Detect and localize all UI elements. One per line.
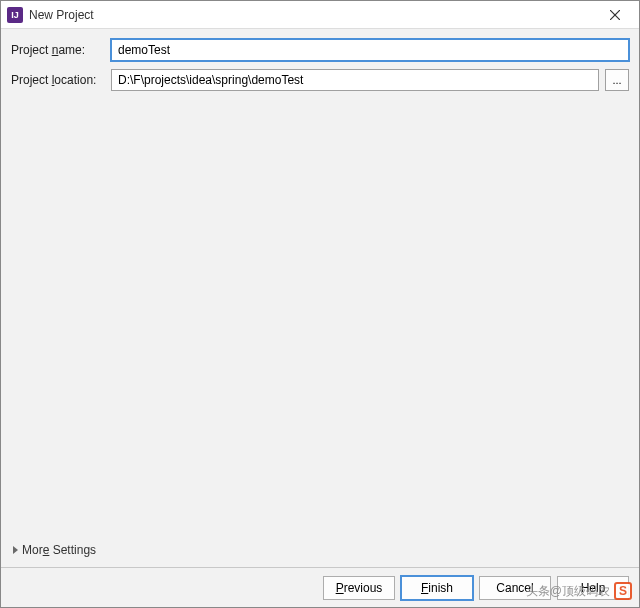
- app-icon: IJ: [7, 7, 23, 23]
- previous-button[interactable]: Previous: [323, 576, 395, 600]
- browse-location-button[interactable]: ...: [605, 69, 629, 91]
- project-location-row: Project location: ...: [11, 69, 629, 91]
- button-bar: Previous Finish Cancel Help: [1, 567, 639, 607]
- dialog-content: Project name: Project location: ... More…: [1, 29, 639, 567]
- close-icon[interactable]: [595, 1, 635, 28]
- cancel-button[interactable]: Cancel: [479, 576, 551, 600]
- titlebar: IJ New Project: [1, 1, 639, 29]
- window-title: New Project: [29, 8, 595, 22]
- project-name-row: Project name:: [11, 39, 629, 61]
- project-name-label: Project name:: [11, 43, 105, 57]
- more-settings-label: More Settings: [22, 543, 96, 557]
- project-name-input[interactable]: [111, 39, 629, 61]
- content-spacer: [11, 99, 629, 537]
- new-project-dialog: IJ New Project Project name: Project loc…: [0, 0, 640, 608]
- project-location-label: Project location:: [11, 73, 105, 87]
- more-settings-toggle[interactable]: More Settings: [11, 537, 629, 567]
- project-location-input[interactable]: [111, 69, 599, 91]
- help-button[interactable]: Help: [557, 576, 629, 600]
- chevron-right-icon: [13, 546, 18, 554]
- finish-button[interactable]: Finish: [401, 576, 473, 600]
